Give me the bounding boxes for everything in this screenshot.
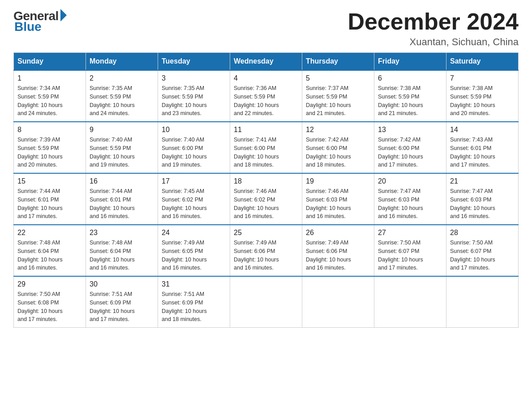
- calendar-cell: 25 Sunrise: 7:49 AM Sunset: 6:06 PM Dayl…: [230, 225, 302, 276]
- calendar-cell: 3 Sunrise: 7:35 AM Sunset: 5:59 PM Dayli…: [158, 70, 230, 122]
- day-info: Sunrise: 7:40 AM Sunset: 6:00 PM Dayligh…: [162, 136, 226, 169]
- day-header-friday: Friday: [374, 53, 446, 71]
- day-header-wednesday: Wednesday: [230, 53, 302, 71]
- calendar-cell: 24 Sunrise: 7:49 AM Sunset: 6:05 PM Dayl…: [158, 225, 230, 276]
- day-info: Sunrise: 7:50 AM Sunset: 6:08 PM Dayligh…: [17, 290, 82, 324]
- day-number: 9: [90, 126, 154, 134]
- day-info: Sunrise: 7:51 AM Sunset: 6:09 PM Dayligh…: [162, 290, 226, 324]
- logo: General Blue: [13, 9, 67, 34]
- day-number: 5: [306, 74, 370, 82]
- calendar-cell: 22 Sunrise: 7:48 AM Sunset: 6:04 PM Dayl…: [14, 225, 86, 276]
- day-number: 22: [17, 229, 82, 237]
- day-number: 14: [450, 126, 515, 134]
- day-info: Sunrise: 7:49 AM Sunset: 6:06 PM Dayligh…: [306, 239, 370, 272]
- day-info: Sunrise: 7:40 AM Sunset: 5:59 PM Dayligh…: [90, 136, 154, 169]
- day-number: 17: [162, 177, 226, 185]
- calendar-cell: 17 Sunrise: 7:45 AM Sunset: 6:02 PM Dayl…: [158, 173, 230, 225]
- day-number: 13: [378, 126, 442, 134]
- calendar-cell: 19 Sunrise: 7:46 AM Sunset: 6:03 PM Dayl…: [302, 173, 374, 225]
- calendar-cell: 28 Sunrise: 7:50 AM Sunset: 6:07 PM Dayl…: [446, 225, 519, 276]
- day-info: Sunrise: 7:49 AM Sunset: 6:06 PM Dayligh…: [234, 239, 298, 272]
- calendar-table: SundayMondayTuesdayWednesdayThursdayFrid…: [13, 52, 519, 328]
- day-number: 8: [17, 126, 82, 134]
- day-info: Sunrise: 7:44 AM Sunset: 6:01 PM Dayligh…: [17, 187, 82, 221]
- day-number: 26: [306, 229, 370, 237]
- day-info: Sunrise: 7:43 AM Sunset: 6:01 PM Dayligh…: [450, 136, 515, 169]
- calendar-week-row: 29 Sunrise: 7:50 AM Sunset: 6:08 PM Dayl…: [14, 276, 519, 328]
- day-number: 25: [234, 229, 298, 237]
- calendar-cell: 13 Sunrise: 7:42 AM Sunset: 6:00 PM Dayl…: [374, 122, 446, 173]
- calendar-cell: 27 Sunrise: 7:50 AM Sunset: 6:07 PM Dayl…: [374, 225, 446, 276]
- day-number: 10: [162, 126, 226, 134]
- day-info: Sunrise: 7:42 AM Sunset: 6:00 PM Dayligh…: [306, 136, 370, 169]
- day-info: Sunrise: 7:49 AM Sunset: 6:05 PM Dayligh…: [162, 239, 226, 272]
- day-number: 1: [17, 74, 82, 82]
- day-info: Sunrise: 7:46 AM Sunset: 6:03 PM Dayligh…: [306, 187, 370, 221]
- day-info: Sunrise: 7:48 AM Sunset: 6:04 PM Dayligh…: [17, 239, 82, 272]
- calendar-cell: 2 Sunrise: 7:35 AM Sunset: 5:59 PM Dayli…: [86, 70, 158, 122]
- calendar-cell: 31 Sunrise: 7:51 AM Sunset: 6:09 PM Dayl…: [158, 276, 230, 328]
- calendar-cell: [230, 276, 302, 328]
- day-header-tuesday: Tuesday: [158, 53, 230, 71]
- calendar-week-row: 22 Sunrise: 7:48 AM Sunset: 6:04 PM Dayl…: [14, 225, 519, 276]
- title-area: December 2024 Xuantan, Sichuan, China: [348, 9, 519, 48]
- day-number: 18: [234, 177, 298, 185]
- calendar-cell: 11 Sunrise: 7:41 AM Sunset: 6:00 PM Dayl…: [230, 122, 302, 173]
- day-number: 27: [378, 229, 442, 237]
- calendar-week-row: 15 Sunrise: 7:44 AM Sunset: 6:01 PM Dayl…: [14, 173, 519, 225]
- day-info: Sunrise: 7:51 AM Sunset: 6:09 PM Dayligh…: [90, 290, 154, 324]
- day-number: 21: [450, 177, 515, 185]
- day-info: Sunrise: 7:47 AM Sunset: 6:03 PM Dayligh…: [378, 187, 442, 221]
- day-info: Sunrise: 7:34 AM Sunset: 5:59 PM Dayligh…: [17, 84, 82, 118]
- day-number: 3: [162, 74, 226, 82]
- calendar-cell: 20 Sunrise: 7:47 AM Sunset: 6:03 PM Dayl…: [374, 173, 446, 225]
- month-title: December 2024: [348, 9, 519, 34]
- day-number: 23: [90, 229, 154, 237]
- day-info: Sunrise: 7:50 AM Sunset: 6:07 PM Dayligh…: [378, 239, 442, 272]
- day-info: Sunrise: 7:37 AM Sunset: 5:59 PM Dayligh…: [306, 84, 370, 118]
- day-number: 7: [450, 74, 515, 82]
- day-number: 20: [378, 177, 442, 185]
- day-number: 2: [90, 74, 154, 82]
- calendar-header-row: SundayMondayTuesdayWednesdayThursdayFrid…: [14, 53, 519, 71]
- calendar-cell: 23 Sunrise: 7:48 AM Sunset: 6:04 PM Dayl…: [86, 225, 158, 276]
- calendar-cell: 18 Sunrise: 7:46 AM Sunset: 6:02 PM Dayl…: [230, 173, 302, 225]
- location-text: Xuantan, Sichuan, China: [348, 36, 519, 48]
- day-number: 29: [17, 280, 82, 288]
- day-info: Sunrise: 7:35 AM Sunset: 5:59 PM Dayligh…: [90, 84, 154, 118]
- calendar-cell: 14 Sunrise: 7:43 AM Sunset: 6:01 PM Dayl…: [446, 122, 519, 173]
- calendar-week-row: 1 Sunrise: 7:34 AM Sunset: 5:59 PM Dayli…: [14, 70, 519, 122]
- calendar-cell: [374, 276, 446, 328]
- day-number: 28: [450, 229, 515, 237]
- day-info: Sunrise: 7:50 AM Sunset: 6:07 PM Dayligh…: [450, 239, 515, 272]
- day-info: Sunrise: 7:46 AM Sunset: 6:02 PM Dayligh…: [234, 187, 298, 221]
- calendar-cell: [302, 276, 374, 328]
- calendar-cell: 16 Sunrise: 7:44 AM Sunset: 6:01 PM Dayl…: [86, 173, 158, 225]
- calendar-cell: 30 Sunrise: 7:51 AM Sunset: 6:09 PM Dayl…: [86, 276, 158, 328]
- calendar-cell: 21 Sunrise: 7:47 AM Sunset: 6:03 PM Dayl…: [446, 173, 519, 225]
- day-number: 31: [162, 280, 226, 288]
- day-info: Sunrise: 7:39 AM Sunset: 5:59 PM Dayligh…: [17, 136, 82, 169]
- calendar-cell: 6 Sunrise: 7:38 AM Sunset: 5:59 PM Dayli…: [374, 70, 446, 122]
- day-info: Sunrise: 7:41 AM Sunset: 6:00 PM Dayligh…: [234, 136, 298, 169]
- day-info: Sunrise: 7:35 AM Sunset: 5:59 PM Dayligh…: [162, 84, 226, 118]
- day-number: 4: [234, 74, 298, 82]
- page-header: General Blue December 2024 Xuantan, Sich…: [13, 9, 519, 48]
- day-number: 19: [306, 177, 370, 185]
- logo-blue-text: Blue: [14, 20, 42, 34]
- calendar-cell: 10 Sunrise: 7:40 AM Sunset: 6:00 PM Dayl…: [158, 122, 230, 173]
- day-info: Sunrise: 7:45 AM Sunset: 6:02 PM Dayligh…: [162, 187, 226, 221]
- day-number: 11: [234, 126, 298, 134]
- calendar-cell: [446, 276, 519, 328]
- calendar-cell: 12 Sunrise: 7:42 AM Sunset: 6:00 PM Dayl…: [302, 122, 374, 173]
- day-header-monday: Monday: [86, 53, 158, 71]
- day-header-thursday: Thursday: [302, 53, 374, 71]
- logo-triangle-icon: [60, 9, 67, 21]
- calendar-cell: 9 Sunrise: 7:40 AM Sunset: 5:59 PM Dayli…: [86, 122, 158, 173]
- calendar-cell: 5 Sunrise: 7:37 AM Sunset: 5:59 PM Dayli…: [302, 70, 374, 122]
- day-info: Sunrise: 7:47 AM Sunset: 6:03 PM Dayligh…: [450, 187, 515, 221]
- calendar-week-row: 8 Sunrise: 7:39 AM Sunset: 5:59 PM Dayli…: [14, 122, 519, 173]
- day-info: Sunrise: 7:44 AM Sunset: 6:01 PM Dayligh…: [90, 187, 154, 221]
- day-number: 12: [306, 126, 370, 134]
- calendar-cell: 15 Sunrise: 7:44 AM Sunset: 6:01 PM Dayl…: [14, 173, 86, 225]
